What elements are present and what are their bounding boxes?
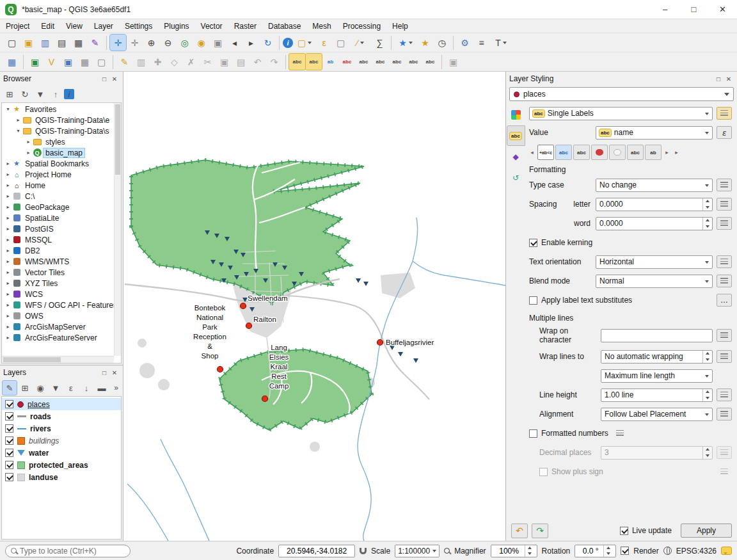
deselect-all-button[interactable]: ▢	[333, 35, 349, 51]
expander-icon[interactable]: ▸	[4, 313, 12, 319]
locate-bar[interactable]	[5, 545, 131, 557]
scrollbar-thumb[interactable]	[3, 357, 61, 362]
browser-horizontal-scrollbar[interactable]	[2, 356, 114, 363]
letter-spacing-spinner[interactable]	[596, 198, 713, 211]
formatting-tab[interactable]: +ab<c	[537, 145, 554, 160]
expression-builder-button[interactable]: ε	[717, 126, 732, 139]
tree-item-basic-map[interactable]: ▸Qbasic_map	[2, 147, 121, 158]
layer-row-protected-areas[interactable]: protected_areas	[2, 459, 121, 471]
tree-item-mssql[interactable]: ▸MSSQL	[2, 234, 121, 245]
layer-row-places[interactable]: places	[2, 398, 121, 410]
expander-icon[interactable]: ▸	[4, 172, 12, 177]
filter-legend-expression-button[interactable]: ε	[64, 381, 78, 395]
pan-map-button[interactable]: ✛	[110, 35, 126, 51]
menu-project[interactable]: Project	[0, 20, 35, 33]
decorations-button[interactable]: ▣	[445, 54, 461, 70]
tree-item-arcgis-feature-server[interactable]: ▸ArcGisFeatureServer	[2, 332, 121, 343]
data-defined-override-icon[interactable]	[717, 275, 732, 287]
zoom-in-button[interactable]: ⊕	[143, 35, 159, 51]
zoom-full-button[interactable]: ◎	[177, 35, 193, 51]
expander-icon[interactable]: ▾	[4, 106, 12, 112]
zoom-to-layer-button[interactable]: ▣	[210, 35, 226, 51]
paste-features-button[interactable]: ▤	[233, 54, 249, 70]
styling-layer-select[interactable]: places	[509, 87, 734, 101]
tree-item-spatial-bookmarks[interactable]: ▸★Spatial Bookmarks	[2, 158, 121, 169]
menu-layer[interactable]: Layer	[88, 20, 119, 33]
browser-close-button[interactable]: ✕	[109, 74, 120, 84]
annotations-toolbar-button[interactable]: ≡	[473, 35, 489, 51]
3d-view-tab[interactable]: ◆	[507, 147, 525, 166]
coordinate-field[interactable]	[278, 545, 355, 557]
expander-icon[interactable]: ▸	[4, 204, 12, 210]
layer-row-water[interactable]: water	[2, 447, 121, 459]
buffer-tab[interactable]: abc	[555, 145, 572, 160]
expander-icon[interactable]: ▸	[4, 302, 12, 308]
layout-manager-button[interactable]: ▦	[70, 35, 86, 51]
new-temporary-scratch-layer-button[interactable]: ▢	[93, 54, 109, 70]
data-defined-override-icon[interactable]	[717, 217, 732, 230]
tree-item-db2[interactable]: ▸DB2	[2, 245, 121, 256]
show-hide-pinned-labels-button[interactable]: abc	[372, 54, 388, 70]
layer-row-rivers[interactable]: rivers	[2, 422, 121, 435]
line-height-spinner[interactable]	[601, 388, 713, 402]
wrap-mode-select[interactable]: Maximum line length	[601, 369, 713, 383]
tree-item-project-home[interactable]: ▸⌂Project Home	[2, 169, 121, 180]
expander-icon[interactable]: ▸	[4, 259, 12, 264]
cut-features-button[interactable]: ✂	[200, 54, 216, 70]
tree-item-vector-tiles[interactable]: ▸Vector Tiles	[2, 267, 121, 278]
tree-item-c-drive[interactable]: ▸C:\	[2, 191, 121, 202]
magnifier-spinner[interactable]	[491, 545, 537, 557]
collapse-all-button[interactable]: ↑	[49, 87, 63, 101]
styling-close-button[interactable]: ✕	[724, 74, 734, 84]
select-features-button[interactable]: ▢	[294, 35, 315, 51]
formatted-numbers-checkbox[interactable]	[529, 429, 537, 438]
style-redo-button[interactable]: ↷	[532, 524, 548, 538]
data-defined-override-icon[interactable]	[717, 329, 732, 342]
spinner-arrows-icon[interactable]	[525, 545, 534, 557]
tree-item-geopackage[interactable]: ▸GeoPackage	[2, 202, 121, 212]
expander-icon[interactable]: ▸	[4, 215, 12, 221]
filter-legend-button[interactable]: ▼	[49, 381, 63, 395]
tree-item-wfs[interactable]: ▸WFS / OGC API - Features	[2, 300, 121, 310]
data-defined-override-icon[interactable]	[717, 408, 732, 420]
layer-row-roads[interactable]: roads	[2, 410, 121, 422]
browser-float-button[interactable]: □	[99, 74, 109, 84]
expand-collapse-all-button[interactable]: ↓	[79, 381, 93, 395]
new-project-button[interactable]: ▢	[4, 35, 20, 51]
type-case-select[interactable]: No change	[596, 179, 713, 192]
data-defined-override-icon[interactable]	[717, 255, 732, 268]
processing-toolbox-button[interactable]: ⚙	[457, 35, 473, 51]
expander-icon[interactable]: ▸	[4, 269, 12, 275]
expander-icon[interactable]: ▸	[4, 193, 12, 199]
messages-icon[interactable]	[721, 547, 732, 555]
style-manager-button[interactable]: ✎	[87, 35, 103, 51]
expander-icon[interactable]: ▸	[4, 335, 12, 340]
data-defined-override-icon[interactable]	[717, 388, 732, 401]
text-orientation-select[interactable]: Horizontal	[596, 255, 713, 269]
menu-vector[interactable]: Vector	[195, 20, 228, 33]
browser-vertical-scrollbar[interactable]	[114, 103, 121, 356]
alignment-select[interactable]: Follow Label Placement	[601, 408, 713, 421]
new-print-layout-button[interactable]: ▤	[54, 35, 70, 51]
expander-icon[interactable]: ▸	[4, 237, 12, 243]
add-selected-layers-button[interactable]: ⊞	[3, 87, 17, 101]
expander-icon[interactable]: ▸	[14, 117, 22, 123]
undo-button[interactable]: ↶	[250, 54, 265, 70]
expander-icon[interactable]: ▸	[4, 324, 12, 330]
expander-icon[interactable]: ▸	[24, 150, 33, 156]
background-tab[interactable]	[591, 145, 608, 160]
tree-item-ows[interactable]: ▸OWS	[2, 310, 121, 321]
save-layer-edits-button[interactable]: ▥	[133, 54, 149, 70]
wrap-lines-spinner[interactable]: No automatic wrapping	[601, 350, 713, 364]
zoom-next-button[interactable]: ▸	[243, 35, 259, 51]
scroll-tabs-left-icon[interactable]: ◂	[528, 145, 536, 160]
expander-icon[interactable]: ▸	[4, 226, 12, 232]
filter-browser-button[interactable]: ▼	[33, 87, 47, 101]
map-canvas[interactable]: Swellendam Railton Bontebok National Par…	[123, 72, 505, 541]
statistical-summary-button[interactable]: ∑	[372, 35, 388, 51]
close-button[interactable]: ✕	[708, 0, 737, 19]
highlight-labeled-features-button[interactable]: ab	[322, 54, 338, 70]
data-defined-override-icon[interactable]	[717, 179, 732, 191]
callouts-tab[interactable]: abc	[627, 145, 644, 160]
scroll-tabs-right-icon[interactable]: ▸	[663, 145, 671, 160]
